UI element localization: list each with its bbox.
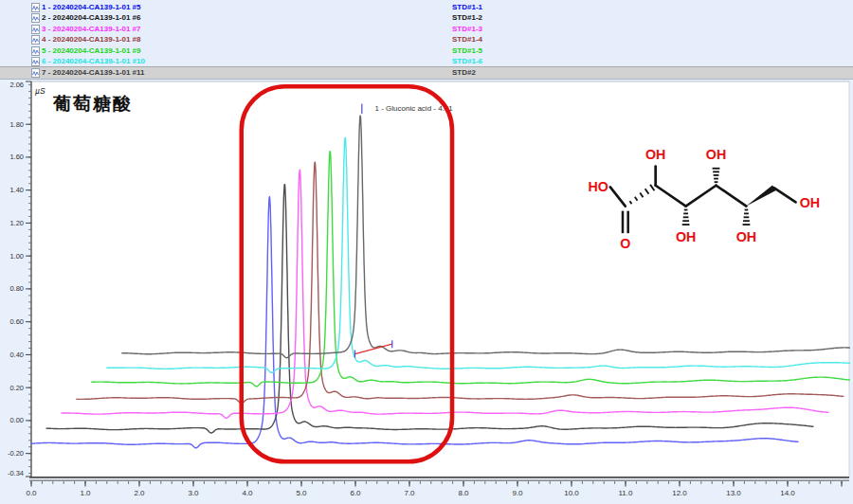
atom-label: OH — [736, 229, 756, 244]
chromatogram-file-icon — [31, 3, 40, 12]
legend-sample-name: 7 - 20240204-CA139-1-01 #11 — [42, 67, 145, 78]
y-tick-label: 0.40 — [9, 351, 24, 359]
legend-sample-name: 2 - 20240204-CA139-1-01 #6 — [42, 12, 141, 23]
chromatogram-file-icon — [31, 13, 40, 23]
chromatogram-file-icon — [31, 46, 40, 56]
y-tick-label: 1.00 — [9, 252, 24, 261]
x-tick-label: 0.0 — [26, 489, 37, 497]
atom-label: OH — [706, 147, 726, 162]
legend-row[interactable]: 7 - 20240204-CA139-1-01 #11STD#2 — [0, 66, 853, 79]
atom-label: OH — [800, 195, 820, 210]
y-tick-label: 1.80 — [9, 120, 24, 129]
x-tick-label: 5.0 — [296, 489, 307, 497]
atom-label: OH — [645, 147, 665, 162]
y-axis: 2.061.801.601.401.201.000.800.600.400.20… — [8, 81, 31, 477]
y-tick-label: -0.20 — [8, 449, 24, 458]
legend-row[interactable]: 3 - 20240204-CA139-1-01 #7STD#1-3 — [0, 24, 853, 34]
y-tick-label: 2.06 — [9, 81, 24, 89]
legend-sample-name: 1 - 20240204-CA139-1-01 #5 — [42, 2, 141, 12]
chromatogram-file-icon — [31, 57, 40, 66]
legend-std-label: STD#2 — [452, 67, 476, 78]
chromatogram-file-icon — [31, 35, 40, 45]
plot-background — [31, 81, 849, 477]
y-tick-label: 1.20 — [9, 219, 24, 227]
x-tick-label: 9.0 — [512, 489, 523, 497]
legend-row[interactable]: 1 - 20240204-CA139-1-01 #5STD#1-1 — [0, 2, 853, 12]
plot-title: 葡萄糖酸 — [53, 92, 133, 117]
legend-sample-name: 5 - 20240204-CA139-1-01 #9 — [42, 45, 141, 56]
x-tick-label: 2.0 — [134, 489, 145, 497]
legend-row[interactable]: 5 - 20240204-CA139-1-01 #9STD#1-5 — [0, 45, 853, 56]
legend-sample-name: 3 - 20240204-CA139-1-01 #7 — [42, 24, 141, 34]
peak-annotation: 1 - Gluconic acid - 4.41 — [375, 104, 454, 113]
x-tick-label: 10.0 — [564, 489, 579, 497]
x-tick-label: 3.0 — [188, 489, 199, 497]
y-tick-label: 1.60 — [9, 153, 24, 161]
x-tick-label: 12.0 — [672, 489, 687, 497]
x-axis: 0.01.02.03.04.05.06.07.08.09.010.011.012… — [26, 477, 849, 497]
x-tick-label: 4.0 — [242, 489, 253, 497]
atom-label: HO — [588, 179, 608, 194]
legend-std-label: STD#1-5 — [452, 45, 482, 56]
x-tick-label: 7.0 — [404, 489, 415, 497]
legend-sample-name: 6 - 20240204-CA139-1-01 #10 — [42, 56, 145, 66]
x-tick-label: 13.0 — [726, 489, 741, 497]
chromatogram-file-icon — [31, 68, 40, 78]
legend-row[interactable]: 2 - 20240204-CA139-1-01 #6STD#1-2 — [0, 12, 853, 23]
chromatogram-canvas[interactable]: 2.061.801.601.401.201.000.800.600.400.20… — [0, 80, 853, 504]
legend-std-label: STD#1-4 — [452, 34, 482, 45]
legend-std-label: STD#1-6 — [452, 56, 482, 66]
x-tick-label: 6.0 — [350, 489, 361, 497]
chromatogram-plot: 2.061.801.601.401.201.000.800.600.400.20… — [0, 80, 853, 504]
x-tick-label: 1.0 — [80, 489, 91, 497]
y-tick-label: 1.40 — [9, 186, 24, 194]
legend-row[interactable]: 6 - 20240204-CA139-1-01 #10STD#1-6 — [0, 56, 853, 66]
legend-sample-name: 4 - 20240204-CA139-1-01 #8 — [42, 34, 141, 45]
chromatogram-file-icon — [31, 25, 40, 34]
legend-std-label: STD#1-2 — [452, 12, 482, 23]
legend-row[interactable]: 4 - 20240204-CA139-1-01 #8STD#1-4 — [0, 34, 853, 45]
x-tick-label: 8.0 — [458, 489, 469, 497]
y-tick-label: 0.60 — [9, 317, 24, 326]
x-tick-label: 11.0 — [619, 489, 634, 497]
atom-label: OH — [676, 229, 696, 244]
legend-std-label: STD#1-3 — [452, 24, 482, 34]
y-axis-unit-label: µS — [35, 86, 45, 96]
legend-std-label: STD#1-1 — [452, 2, 482, 12]
y-tick-label: -0.34 — [8, 469, 24, 477]
atom-label: O — [620, 236, 630, 251]
y-tick-label: 0.20 — [9, 384, 24, 392]
y-tick-label: 0.80 — [9, 284, 24, 293]
x-tick-label: 14.0 — [780, 489, 795, 497]
injection-legend: 1 - 20240204-CA139-1-01 #5STD#1-12 - 202… — [0, 0, 853, 80]
y-tick-label: 0.00 — [9, 416, 24, 424]
